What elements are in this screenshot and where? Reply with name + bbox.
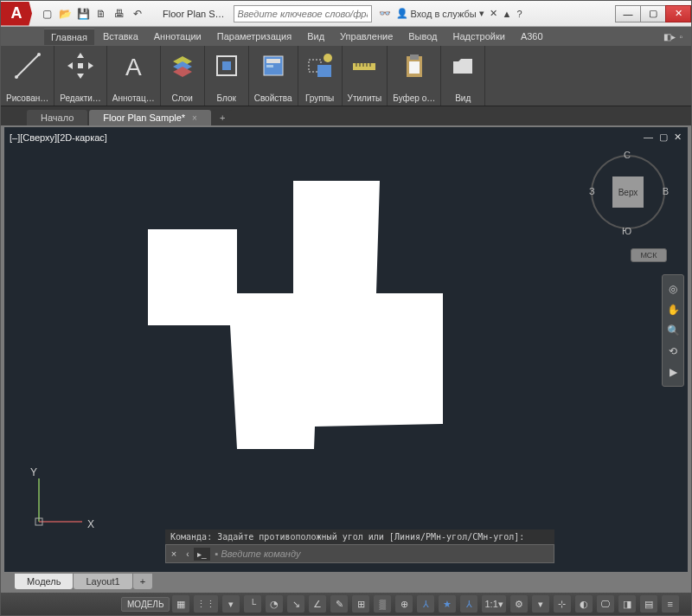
cycling-icon[interactable]: ⊕ — [395, 595, 413, 613]
anno3-icon[interactable]: ⅄ — [460, 595, 477, 613]
showmotion-icon[interactable]: ▶ — [663, 362, 683, 382]
save-icon[interactable]: 💾 — [75, 6, 91, 22]
tab-annotate[interactable]: Аннотации — [147, 29, 208, 44]
panel-annotation[interactable]: A Аннотац… — [107, 46, 161, 106]
close-button[interactable]: ✕ — [665, 5, 691, 22]
layout-add[interactable]: + — [133, 574, 152, 589]
panel-draw[interactable]: Рисован… — [1, 46, 54, 106]
new-icon[interactable]: ▢ — [39, 6, 54, 22]
doctab-add[interactable]: + — [213, 110, 232, 125]
viewport[interactable]: [–][Сверху][2D-каркас] — ▢ ✕ Верх С В Ю … — [4, 127, 688, 572]
scale-button[interactable]: 1:1▾ — [482, 595, 505, 613]
print-icon[interactable]: 🖶 — [112, 6, 127, 22]
open-icon[interactable]: 📂 — [57, 6, 73, 22]
maximize-button[interactable]: ▢ — [640, 5, 666, 22]
tab-addins[interactable]: Надстройки — [446, 29, 512, 44]
line-icon — [11, 48, 44, 83]
panel-properties[interactable]: Свойства — [249, 46, 298, 106]
panel-modify-label: Редакти… — [60, 90, 101, 106]
gear-icon[interactable]: ⚙ — [510, 595, 528, 613]
doctab-start[interactable]: Начало — [27, 110, 87, 125]
osnap-icon[interactable]: ∠ — [309, 595, 326, 613]
gear-dd-icon[interactable]: ▾ — [532, 595, 549, 613]
minimize-button[interactable]: — — [615, 5, 641, 22]
customize-icon[interactable]: ≡ — [662, 595, 679, 613]
layout-model[interactable]: Модель — [15, 574, 73, 589]
anno2-icon[interactable]: ★ — [439, 595, 456, 613]
polar-icon[interactable]: ◔ — [266, 595, 283, 613]
panel-layers[interactable]: Слои — [161, 46, 205, 106]
svg-rect-21 — [409, 61, 420, 74]
tab-main[interactable]: Главная — [44, 29, 94, 45]
binoculars-icon[interactable]: 👓 — [379, 8, 391, 19]
signin-button[interactable]: 👤 Вход в службы▾ — [396, 8, 484, 19]
scale-value: 1:1 — [484, 599, 497, 609]
tab-a360[interactable]: A360 — [514, 29, 550, 44]
doctab-close-icon[interactable]: × — [192, 113, 197, 123]
tab-parametric[interactable]: Параметризация — [210, 29, 298, 44]
panel-modify[interactable]: Редакти… — [54, 46, 107, 106]
command-line[interactable]: × ‹ ▸_ ▪ Введите команду — [165, 544, 554, 563]
panel-groups-label: Группы — [305, 90, 334, 106]
lineweight-icon[interactable]: ⊞ — [352, 595, 369, 613]
tab-view[interactable]: Вид — [300, 29, 331, 44]
tab-insert[interactable]: Вставка — [96, 29, 145, 44]
panel-view[interactable]: Вид — [441, 46, 485, 106]
saveas-icon[interactable]: 🗎 — [93, 6, 109, 22]
svg-text:A: A — [125, 54, 142, 80]
window-controls: — ▢ ✕ — [616, 5, 691, 22]
anno-icon[interactable]: ⅄ — [417, 595, 434, 613]
viewcube-face[interactable]: Верх — [612, 176, 644, 208]
panel-block[interactable]: Блок — [205, 46, 249, 106]
move-icon — [64, 48, 97, 83]
orbit-icon[interactable]: ⟲ — [663, 341, 683, 362]
doctab-start-label: Начало — [41, 112, 74, 123]
wcs-button[interactable]: МСК — [631, 248, 667, 262]
document-tabs: Начало Floor Plan Sample*× + — [1, 106, 691, 125]
help-icon[interactable]: ? — [517, 9, 522, 19]
a360-icon[interactable]: ▲ — [503, 9, 512, 19]
zoom-icon[interactable]: 🔍 — [663, 320, 683, 341]
vp-maximize-icon[interactable]: ▢ — [658, 132, 668, 142]
viewcube[interactable]: Верх С В Ю З — [589, 153, 667, 231]
panel-groups[interactable]: Группы — [298, 46, 343, 106]
status-model-button[interactable]: МОДЕЛЬ — [121, 597, 170, 612]
transparency-icon[interactable]: ▒ — [374, 595, 391, 613]
undo-icon[interactable]: ↶ — [130, 6, 145, 22]
snap-icon[interactable]: ⋮⋮ — [194, 595, 218, 613]
hw-icon[interactable]: 🖵 — [597, 595, 614, 613]
grid-icon[interactable]: ▦ — [172, 595, 189, 613]
quickprops-icon[interactable]: ◐ — [575, 595, 593, 613]
isodraft-icon[interactable]: ↘ — [287, 595, 304, 613]
ucs-x: X — [87, 518, 94, 530]
fullnav-icon[interactable]: ◎ — [663, 279, 683, 299]
clean-icon[interactable]: ▤ — [640, 595, 657, 613]
app-logo[interactable]: A — [1, 2, 32, 26]
cmd-chevron-icon[interactable]: ‹ — [182, 549, 194, 559]
layout-layout1[interactable]: Layout1 — [74, 574, 131, 589]
tab-manage[interactable]: Управление — [333, 29, 400, 44]
tab-output[interactable]: Вывод — [401, 29, 444, 44]
vp-close-icon[interactable]: ✕ — [673, 132, 682, 142]
units-icon[interactable]: ⊹ — [554, 595, 571, 613]
featured-icon[interactable]: ◧▸ — [663, 32, 676, 42]
ortho-dropdown-icon[interactable]: ▾ — [222, 595, 240, 613]
panel-view-label: Вид — [455, 90, 471, 106]
otrack-icon[interactable]: ✎ — [330, 595, 348, 613]
ortho-icon[interactable]: └ — [244, 595, 261, 613]
panel-utilities[interactable]: Утилиты — [343, 46, 388, 106]
pan-icon[interactable]: ✋ — [663, 299, 683, 320]
ribbon-collapse-icon[interactable]: ▫ — [679, 32, 682, 42]
clipboard-icon — [398, 48, 431, 83]
vp-minimize-icon[interactable]: — — [644, 132, 653, 142]
search-input[interactable] — [234, 5, 372, 22]
panel-clipboard[interactable]: Буфер о… — [388, 46, 441, 106]
isolate-icon[interactable]: ◨ — [618, 595, 636, 613]
doctab-active[interactable]: Floor Plan Sample*× — [89, 110, 211, 125]
status-bar: МОДЕЛЬ ▦ ⋮⋮ ▾ └ ◔ ↘ ∠ ✎ ⊞ ▒ ⊕ ⅄ ★ ⅄ 1:1▾… — [1, 593, 691, 615]
panel-properties-label: Свойства — [254, 90, 292, 106]
viewcube-e: В — [663, 186, 669, 196]
viewport-label[interactable]: [–][Сверху][2D-каркас] — [10, 132, 107, 143]
cmd-close-icon[interactable]: × — [166, 549, 182, 559]
exchange-icon[interactable]: ✕ — [490, 8, 497, 19]
